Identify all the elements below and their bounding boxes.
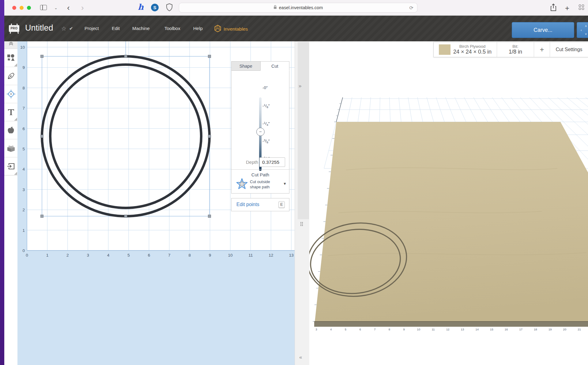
menu-project[interactable]: Project: [85, 26, 99, 31]
svg-text:5: 5: [22, 147, 25, 151]
svg-text:15: 15: [490, 328, 493, 331]
svg-text:20: 20: [563, 328, 567, 331]
svg-text:18: 18: [534, 328, 537, 331]
share-icon[interactable]: [550, 3, 557, 13]
drag-handle-icon[interactable]: [300, 222, 303, 226]
edit-points-button[interactable]: Edit points: [236, 202, 259, 207]
browser-chrome: ⌄ ‹ › h S easel.inventables.com ⟳ +: [4, 0, 588, 15]
machine-jog-button[interactable]: ˄ ‹ › ˅: [577, 22, 588, 38]
cut-panel-body: -0″-1/8″-1/4″-3/8″-1/2″ − Depth 0.37255 …: [231, 71, 289, 194]
cut-settings-button[interactable]: Cut Settings: [550, 42, 588, 57]
svg-text:4: 4: [22, 167, 25, 171]
svg-text:9: 9: [403, 328, 405, 331]
design-canvas[interactable]: 012345678910111213 012345678910 Shape Cu…: [17, 41, 295, 365]
shapes-tool-button[interactable]: [4, 49, 17, 67]
menu-toolbox[interactable]: Toolbox: [164, 26, 180, 31]
lego-tool-button[interactable]: [4, 139, 17, 157]
close-window-button[interactable]: [12, 6, 16, 10]
svg-text:4: 4: [107, 253, 110, 258]
tab-shape[interactable]: Shape: [231, 61, 260, 71]
pen-tool-button[interactable]: [4, 67, 17, 85]
svg-text:1: 1: [22, 228, 25, 233]
import-tool-button[interactable]: [4, 157, 17, 175]
lego-brick-icon: [6, 144, 16, 152]
svg-text:17: 17: [519, 328, 523, 331]
forward-button[interactable]: ›: [81, 3, 84, 13]
svg-text:2: 2: [22, 208, 25, 212]
saved-check-icon: ✔: [69, 26, 73, 31]
s-extension-icon[interactable]: S: [151, 4, 159, 11]
project-title[interactable]: Untitled: [25, 23, 53, 33]
pro-badge: PRO: [9, 25, 19, 32]
svg-text:9: 9: [22, 65, 25, 70]
svg-text:13: 13: [289, 253, 294, 258]
carve-button[interactable]: Carve...: [512, 22, 574, 38]
svg-text:5: 5: [127, 253, 130, 258]
splitter-track[interactable]: [298, 42, 309, 219]
svg-text:11: 11: [248, 253, 253, 258]
import-icon: [7, 162, 15, 170]
bit-selector[interactable]: Bit: 1/8 in: [497, 42, 534, 57]
menu-help[interactable]: Help: [193, 26, 203, 31]
reload-icon[interactable]: ⟳: [409, 5, 413, 11]
svg-text:14: 14: [475, 328, 479, 331]
cut-path-selector[interactable]: Cut outside shape path: [250, 179, 281, 190]
svg-text:10: 10: [228, 253, 232, 258]
svg-text:12: 12: [269, 253, 273, 258]
pane-splitter[interactable]: » «: [295, 41, 309, 365]
back-button[interactable]: ‹: [67, 3, 70, 13]
preview-3d-pane[interactable]: 3456789101112131415161718192021 Birch Pl…: [309, 41, 588, 365]
pen-nib-icon: [7, 72, 15, 80]
svg-text:8: 8: [188, 253, 191, 258]
depth-input[interactable]: 0.37255: [259, 157, 285, 167]
bit-label: Bit:: [512, 44, 518, 49]
zoom-window-button[interactable]: [27, 6, 31, 10]
new-tab-icon[interactable]: +: [565, 4, 569, 13]
tab-overview-icon[interactable]: [579, 5, 584, 10]
easel-pro-logo[interactable]: PRO: [8, 23, 20, 34]
tab-cut[interactable]: Cut: [260, 61, 290, 71]
depth-slider-handle[interactable]: −: [256, 128, 265, 136]
panel-divider: [232, 169, 289, 170]
material-name: Birch Plywood: [453, 44, 492, 49]
cut-path-line2: shape path: [250, 184, 281, 190]
expand-right-icon[interactable]: »: [299, 83, 301, 89]
edit-points-box: Edit points E: [231, 198, 289, 211]
origin-crosshair-icon: [6, 89, 16, 99]
depth-tick-label: -3/8″: [262, 138, 270, 144]
origin-tool-button[interactable]: [4, 85, 17, 103]
cut-path-title: Cut Path: [232, 172, 289, 177]
honey-extension-icon[interactable]: h: [138, 2, 144, 12]
svg-text:8: 8: [22, 86, 25, 90]
favorite-star-icon[interactable]: ☆: [61, 25, 66, 32]
text-tool-button[interactable]: [4, 103, 17, 121]
add-bit-button[interactable]: +: [534, 42, 550, 57]
depth-tick-label: -1/8″: [262, 103, 270, 109]
sidebar-toggle-icon[interactable]: [40, 5, 47, 10]
address-bar[interactable]: easel.inventables.com ⟳: [179, 3, 417, 13]
inventables-link[interactable]: Inventables: [214, 25, 248, 33]
svg-text:8: 8: [389, 328, 390, 331]
svg-text:3: 3: [87, 253, 89, 258]
depth-tick-label: -1/4″: [262, 121, 270, 126]
jog-left-icon: ‹: [581, 28, 582, 32]
chevron-down-icon[interactable]: ⌄: [54, 6, 58, 10]
lock-icon: [273, 5, 277, 10]
chevron-down-icon[interactable]: ▼: [283, 182, 287, 186]
toolbar-collapse-button[interactable]: [4, 41, 17, 49]
minimize-window-button[interactable]: [20, 6, 24, 10]
svg-text:0: 0: [22, 248, 25, 253]
svg-text:0: 0: [26, 253, 28, 258]
cut-panel-tabs: Shape Cut: [231, 61, 289, 71]
menu-machine[interactable]: Machine: [132, 26, 150, 31]
svg-text:6: 6: [359, 328, 361, 331]
material-swatch: [439, 44, 450, 55]
material-selector[interactable]: Birch Plywood 24 × 24 × 0.5 in: [434, 42, 497, 57]
workspace: 012345678910111213 012345678910 Shape Cu…: [4, 41, 588, 365]
apps-tool-button[interactable]: [4, 121, 17, 139]
shield-extension-icon[interactable]: [166, 3, 173, 13]
jog-up-icon: ˄: [585, 24, 587, 28]
collapse-left-icon[interactable]: «: [299, 354, 302, 360]
menu-edit[interactable]: Edit: [112, 26, 120, 31]
depth-label: Depth: [246, 160, 258, 165]
